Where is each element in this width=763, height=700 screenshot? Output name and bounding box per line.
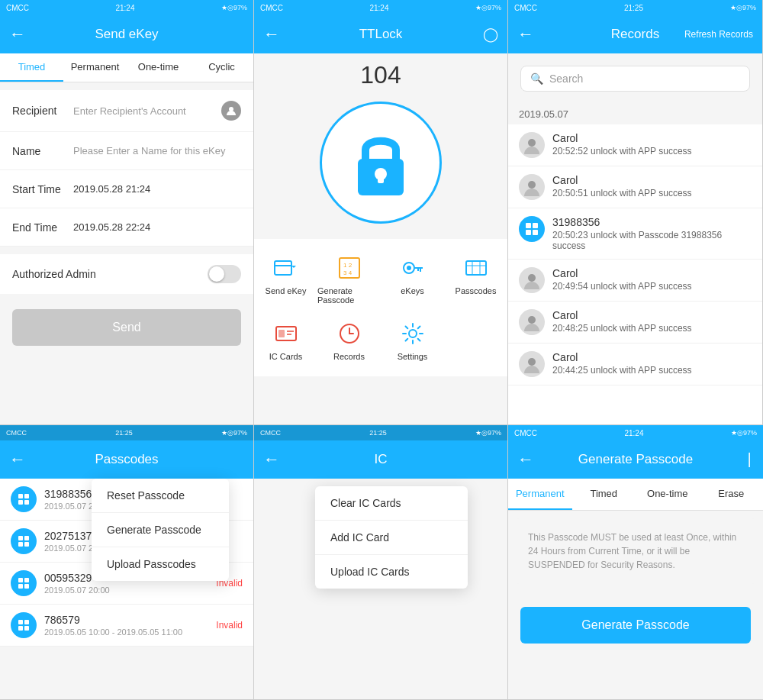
record-avatar-4 [519,309,545,335]
back-button-6[interactable]: ← [517,450,534,469]
svg-rect-28 [526,230,531,235]
dropdown-upload-ic-cards[interactable]: Upload IC Cards [315,555,468,589]
svg-rect-36 [24,500,29,505]
svg-rect-27 [533,223,538,228]
menu-records[interactable]: Records [317,312,381,369]
lock-circle[interactable] [320,102,442,224]
record-item-0: Carol 20:52:52 unlock with APP success [508,124,762,166]
record-avatar-0 [519,132,545,158]
record-item-2: 31988356 20:50:23 unlock with Passcode 3… [508,208,762,260]
date-header: 2019.05.07 [508,104,762,124]
status-bar-3: CMCC 21:25 ★◎97% [508,0,762,15]
search-placeholder: Search [549,73,583,85]
ic-cards-body: Clear IC Cards Add IC Card Upload IC Car… [254,479,507,699]
passcodes-body: 31988356 2019.05.07 20:00 20275137 2019.… [0,479,253,699]
gen-passcode-tabs: Permanent Timed One-time Erase [508,479,763,511]
back-button-5[interactable]: ← [263,450,280,469]
time-2: 21:24 [369,4,388,12]
ttlock-settings-icon[interactable]: ◯ [483,26,498,43]
authorized-toggle[interactable] [208,265,241,283]
svg-rect-26 [526,223,531,228]
passcode-date-2: 2019.05.07 20:00 [44,585,216,595]
gen-passcode-body: This Passcode MUST be used at least Once… [508,511,763,699]
back-button-4[interactable]: ← [9,450,26,469]
dropdown-upload-passcodes[interactable]: Upload Passcodes [92,547,229,581]
record-name-1: Carol [552,174,752,186]
svg-rect-37 [18,536,23,540]
dropdown-generate-passcode[interactable]: Generate Passcode [92,513,229,547]
record-name-5: Carol [552,351,752,363]
send-ekey-tabs: Timed Permanent One-time Cyclic [0,53,253,82]
start-time-value[interactable]: 2019.05.28 21:24 [73,183,241,195]
record-item-1: Carol 20:50:51 unlock with APP success [508,166,762,208]
start-time-label: Start Time [12,183,73,195]
records-list: Carol 20:52:52 unlock with APP success C… [508,124,762,424]
send-ekey-title: Send eKey [95,27,158,42]
menu-passcodes-label: Passcodes [456,286,497,295]
tab-cyclic[interactable]: Cyclic [190,53,253,82]
record-detail-3: 20:49:54 unlock with APP success [552,281,752,292]
tab-gen-permanent[interactable]: Permanent [508,479,572,510]
tab-one-time[interactable]: One-time [127,53,190,82]
back-button-2[interactable]: ← [263,24,280,44]
gen-passcode-title: Generate Passcode [578,452,693,467]
search-bar[interactable]: 🔍 Search [520,66,750,92]
back-button-3[interactable]: ← [517,24,534,44]
passcode-dropdown-menu: Reset Passcode Generate Passcode Upload … [92,479,229,581]
send-ekey-screen: CMCC 21:24 ★◎97% ← Send eKey Timed Perma… [0,0,254,425]
svg-point-23 [409,330,417,337]
records-menu-icon [336,320,363,347]
recipient-row: Recipient Enter Recipient's Account [0,90,253,132]
passcode-code-3: 786579 [44,614,216,626]
tab-gen-one-time[interactable]: One-time [636,479,700,510]
menu-send-ekey[interactable]: Send eKey [254,247,317,312]
ic-cards-topbar: ← IC [254,440,507,479]
end-time-label: End Time [12,221,73,234]
svg-rect-41 [18,578,23,582]
time-5: 21:25 [369,429,387,437]
svg-rect-42 [24,578,29,582]
tab-permanent[interactable]: Permanent [63,53,127,82]
recipient-input[interactable]: Enter Recipient's Account [73,105,218,117]
name-input[interactable]: Please Enter a Name for this eKey [73,145,241,156]
send-ekey-form: Recipient Enter Recipient's Account Name… [0,90,253,247]
svg-point-30 [528,274,536,282]
dropdown-clear-ic-cards[interactable]: Clear IC Cards [315,486,468,521]
menu-settings[interactable]: Settings [381,312,444,369]
dropdown-reset-passcode[interactable]: Reset Passcode [92,479,229,513]
status-bar-1: CMCC 21:24 ★◎97% [0,0,253,15]
passcode-info-3: 786579 2019.05.05 10:00 - 2019.05.05 11:… [44,614,216,637]
send-button[interactable]: Send [12,309,241,346]
menu-ic-cards[interactable]: IC Cards [254,312,317,369]
end-time-value[interactable]: 2019.05.28 22:24 [73,221,241,233]
dropdown-add-ic-card[interactable]: Add IC Card [315,521,468,555]
back-button-1[interactable]: ← [9,24,26,44]
menu-passcodes[interactable]: Passcodes [444,247,507,312]
menu-ic-cards-label: IC Cards [269,352,302,361]
records-screen: CMCC 21:25 ★◎97% ← Records Refresh Recor… [508,0,763,425]
passcode-grid-icon-0 [11,486,37,512]
tab-gen-timed[interactable]: Timed [572,479,636,510]
menu-generate-passcode-label: Generate Passcode [317,286,381,305]
svg-rect-44 [24,584,29,589]
app-container: CMCC 21:24 ★◎97% ← Send eKey Timed Perma… [0,0,763,700]
record-name-0: Carol [552,132,752,144]
start-time-row: Start Time 2019.05.28 21:24 [0,170,253,208]
record-content-5: Carol 20:44:25 unlock with APP success [552,351,752,376]
refresh-records-button[interactable]: Refresh Records [684,29,753,40]
record-avatar-2 [519,216,545,242]
tab-timed[interactable]: Timed [0,53,63,82]
ttlock-screen: CMCC 21:24 ★◎97% ← TTLock ◯ 104 [254,0,508,425]
svg-rect-47 [18,626,23,631]
record-name-3: Carol [552,267,752,279]
export-icon[interactable]: ⎢ [748,453,754,467]
generate-passcode-button[interactable]: Generate Passcode [520,607,751,644]
svg-rect-4 [275,261,291,275]
settings-icon [399,320,427,347]
carrier-5: CMCC [260,429,281,437]
menu-generate-passcode[interactable]: 1 23 4 Generate Passcode [317,247,381,312]
tab-gen-erase[interactable]: Erase [700,479,764,510]
passcode-grid-icon-3 [11,612,37,638]
carrier-6: CMCC [514,429,537,437]
menu-ekeys[interactable]: eKeys [381,247,444,312]
